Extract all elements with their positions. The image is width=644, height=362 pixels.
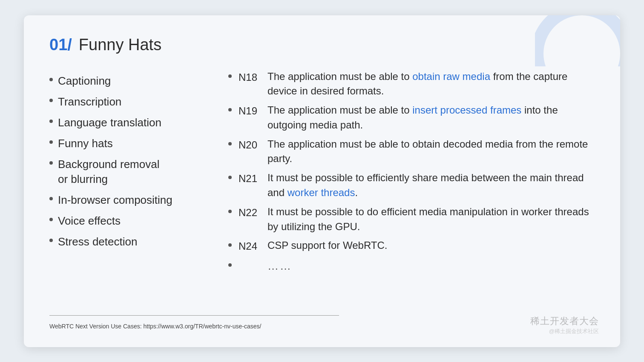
watermark: 稀土开发者大会 @稀土掘金技术社区 <box>530 315 599 335</box>
list-item: Transcription <box>49 94 211 109</box>
left-item-label: Captioning <box>58 74 111 88</box>
req-text: The application must be able to obtain r… <box>267 69 595 99</box>
watermark-main: 稀土开发者大会 <box>530 315 599 328</box>
bullet-dot <box>228 210 232 213</box>
req-item-n19: N19 The application must be able to inse… <box>228 103 595 133</box>
slide-title: Funny Hats <box>79 36 161 54</box>
bullet-dot <box>49 161 53 165</box>
slide: 01/ Funny Hats Captioning Transcription … <box>24 15 620 347</box>
bullet-dot <box>228 263 232 267</box>
watermark-sub: @稀土掘金技术社区 <box>530 328 599 335</box>
list-item: Language translation <box>49 115 211 130</box>
req-text: The application must be able to insert p… <box>267 103 595 133</box>
bullet-dot <box>49 99 53 102</box>
req-item-n22: N22 It must be possible to do efficient … <box>228 205 595 234</box>
bullet-dot <box>228 176 232 179</box>
req-id: N24 <box>239 238 261 254</box>
req-id: N22 <box>239 205 261 220</box>
slide-footer: WebRTC Next Version Use Cases: https://w… <box>49 315 339 330</box>
req-item-n20: N20 The application must be able to obta… <box>228 137 595 167</box>
footer-text: WebRTC Next Version Use Cases: https://w… <box>49 323 261 330</box>
left-item-label: Background removalor blurring <box>58 157 159 187</box>
bullet-dot <box>228 142 232 145</box>
right-column: N18 The application must be able to obta… <box>228 69 595 315</box>
req-text: It must be possible to do efficient medi… <box>267 205 595 234</box>
req-text-dots: …… <box>267 258 595 274</box>
bullet-dot <box>228 243 232 247</box>
req-id: N20 <box>239 137 261 153</box>
left-item-label: In-browser compositing <box>58 193 172 208</box>
list-item: In-browser compositing <box>49 193 211 208</box>
highlight: obtain raw media <box>412 71 490 82</box>
req-text: The application must be able to obtain d… <box>267 137 595 167</box>
req-text: CSP support for WebRTC. <box>267 238 595 253</box>
slide-body: Captioning Transcription Language transl… <box>49 69 595 315</box>
slide-number: 01/ <box>49 36 72 54</box>
bullet-dot <box>49 140 53 144</box>
req-item-dots: …… <box>228 258 595 274</box>
req-item-n18: N18 The application must be able to obta… <box>228 69 595 99</box>
req-id <box>239 258 261 259</box>
req-id: N18 <box>239 69 261 85</box>
slide-header: 01/ Funny Hats <box>49 36 595 54</box>
bullet-dot <box>49 218 53 221</box>
left-item-label: Language translation <box>58 115 161 130</box>
highlight: worker threads <box>288 187 355 198</box>
list-item: Stress detection <box>49 234 211 249</box>
bullet-dot <box>49 239 53 242</box>
highlight: insert processed frames <box>412 104 521 116</box>
left-column: Captioning Transcription Language transl… <box>49 69 211 315</box>
req-item-n24: N24 CSP support for WebRTC. <box>228 238 595 254</box>
bullet-dot <box>49 120 53 123</box>
left-item-label: Transcription <box>58 94 121 109</box>
list-item: Background removalor blurring <box>49 157 211 187</box>
requirements-list: N18 The application must be able to obta… <box>228 69 595 274</box>
left-bullet-list: Captioning Transcription Language transl… <box>49 74 211 250</box>
list-item: Funny hats <box>49 136 211 151</box>
bullet-dot <box>49 78 53 81</box>
req-id: N21 <box>239 171 261 186</box>
left-item-label: Stress detection <box>58 234 137 249</box>
list-item: Voice effects <box>49 214 211 228</box>
req-id: N19 <box>239 103 261 119</box>
left-item-label: Voice effects <box>58 214 121 228</box>
req-text: It must be possible to efficiently share… <box>267 171 595 200</box>
bullet-dot <box>49 197 53 200</box>
bullet-dot <box>228 108 232 111</box>
list-item: Captioning <box>49 74 211 88</box>
req-item-n21: N21 It must be possible to efficiently s… <box>228 171 595 200</box>
bullet-dot <box>228 74 232 78</box>
left-item-label: Funny hats <box>58 136 113 151</box>
corner-decoration <box>535 15 620 66</box>
